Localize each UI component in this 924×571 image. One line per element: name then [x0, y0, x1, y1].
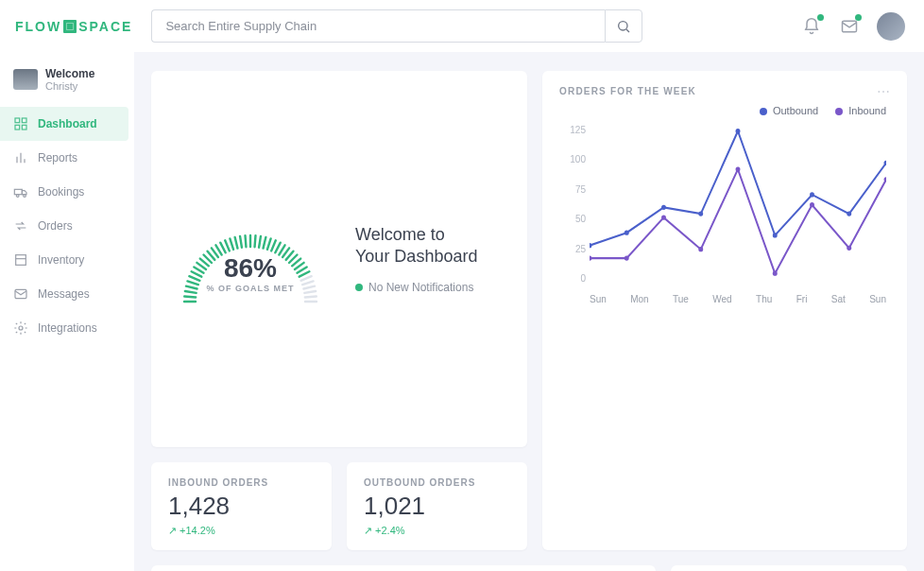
svg-line-32	[225, 240, 230, 251]
mail-icon	[13, 286, 28, 302]
svg-point-72	[773, 271, 778, 276]
svg-point-65	[847, 211, 851, 216]
brand-right: SPACE	[78, 19, 132, 34]
inbound-card: INBOUND ORDERS 1,428 +14.2%	[151, 462, 332, 550]
svg-point-60	[661, 205, 666, 210]
orders-chart-title: ORDERS FOR THE WEEK	[559, 86, 890, 96]
search-icon	[616, 19, 631, 34]
svg-line-43	[275, 243, 280, 253]
nav-label: Orders	[38, 219, 73, 233]
search-input[interactable]	[151, 9, 605, 43]
nav-label: Dashboard	[38, 117, 97, 130]
nav-item-messages[interactable]: Messages	[0, 277, 134, 311]
svg-rect-3	[15, 118, 20, 123]
outbound-pct: +2.4%	[364, 525, 510, 537]
topbar: FLOW SPACE	[0, 0, 924, 52]
swap-icon	[13, 218, 28, 234]
svg-point-61	[698, 211, 703, 216]
sidebar: Welcome Christy DashboardReportsBookings…	[0, 52, 134, 571]
svg-line-31	[220, 243, 225, 253]
nav-label: Integrations	[38, 321, 97, 335]
search	[151, 9, 642, 43]
nav-label: Inventory	[38, 253, 84, 267]
svg-point-70	[698, 247, 703, 251]
warehouses-card: YOUR WAREHOUSES ⋯	[151, 565, 656, 571]
svg-point-62	[736, 129, 741, 133]
svg-point-63	[773, 233, 778, 237]
outbound-label: OUTBOUND ORDERS	[364, 477, 510, 488]
bookings-card: ACTIVE / PENDING BOOKINGS ⋯ 1007550250 A…	[671, 565, 907, 571]
nav-label: Reports	[38, 151, 77, 164]
svg-point-0	[619, 21, 627, 29]
svg-rect-6	[22, 125, 26, 130]
goals-card: 86% % OF GOALS MET Welcome toYour Dashbo…	[151, 71, 527, 447]
svg-point-16	[19, 326, 23, 330]
svg-point-59	[625, 231, 629, 235]
svg-line-38	[255, 235, 256, 247]
svg-line-18	[184, 297, 196, 298]
orders-legend: Outbound Inbound	[760, 105, 886, 116]
welcome-title: Welcome	[45, 67, 94, 80]
nav-item-integrations[interactable]: Integrations	[0, 311, 134, 345]
inbound-value: 1,428	[168, 492, 315, 521]
svg-line-33	[230, 238, 233, 249]
gear-icon	[13, 320, 28, 336]
profile-avatar[interactable]	[877, 12, 905, 41]
svg-rect-4	[22, 118, 26, 123]
welcome-pic	[13, 69, 38, 90]
welcome-name: Christy	[45, 80, 94, 92]
messages-dot	[855, 14, 862, 21]
svg-line-39	[259, 236, 261, 248]
svg-point-73	[810, 202, 814, 207]
svg-point-12	[24, 195, 26, 198]
svg-point-58	[590, 243, 591, 248]
legend-outbound: Outbound	[760, 105, 818, 116]
nav-label: Bookings	[38, 185, 84, 199]
dash-welcome-l2: Your Dashboard	[355, 247, 477, 266]
svg-rect-5	[15, 125, 20, 130]
main: 86% % OF GOALS MET Welcome toYour Dashbo…	[134, 52, 924, 571]
nav-item-orders[interactable]: Orders	[0, 209, 134, 243]
inbound-label: INBOUND ORDERS	[168, 477, 315, 488]
outbound-value: 1,021	[364, 492, 510, 521]
svg-line-56	[305, 297, 317, 298]
welcome-block: Welcome Christy	[0, 60, 134, 107]
notifications-button[interactable]	[801, 16, 822, 37]
svg-line-1	[626, 29, 629, 32]
svg-point-67	[590, 255, 591, 260]
nav-item-reports[interactable]: Reports	[0, 141, 134, 175]
svg-point-68	[625, 255, 629, 260]
nav: DashboardReportsBookingsOrdersInventoryM…	[0, 107, 134, 345]
orders-chart-more[interactable]: ⋯	[877, 84, 892, 99]
outbound-card: OUTBOUND ORDERS 1,021 +2.4%	[347, 462, 527, 550]
svg-point-11	[16, 195, 19, 198]
nav-item-dashboard[interactable]: Dashboard	[0, 107, 128, 141]
orders-line-chart: 1251007550250 SunMonTueWedThuFriSatSun	[559, 125, 890, 304]
search-button[interactable]	[605, 9, 642, 43]
box-icon	[13, 252, 28, 268]
logo-icon	[63, 20, 77, 33]
nav-item-inventory[interactable]: Inventory	[0, 243, 134, 277]
nav-item-bookings[interactable]: Bookings	[0, 175, 134, 209]
svg-line-34	[235, 237, 238, 249]
notif-dot-icon	[355, 284, 363, 291]
svg-line-35	[240, 236, 242, 248]
nav-label: Messages	[38, 287, 90, 301]
brand-logo[interactable]: FLOW SPACE	[15, 19, 132, 34]
svg-line-36	[246, 235, 247, 247]
svg-point-64	[810, 192, 814, 197]
svg-point-71	[736, 166, 741, 171]
bars-icon	[13, 150, 28, 165]
gauge-value: 86%	[170, 253, 331, 284]
orders-chart-card: ORDERS FOR THE WEEK ⋯ Outbound Inbound 1…	[542, 71, 907, 550]
svg-line-40	[264, 237, 266, 249]
brand-left: FLOW	[15, 19, 61, 34]
legend-inbound: Inbound	[835, 105, 886, 116]
inbound-pct: +14.2%	[168, 525, 315, 537]
dash-welcome-l1: Welcome to	[355, 225, 445, 244]
messages-button[interactable]	[839, 16, 860, 37]
svg-point-69	[661, 215, 666, 219]
truck-icon	[13, 184, 28, 199]
topbar-actions	[801, 12, 905, 41]
svg-rect-13	[16, 255, 26, 266]
